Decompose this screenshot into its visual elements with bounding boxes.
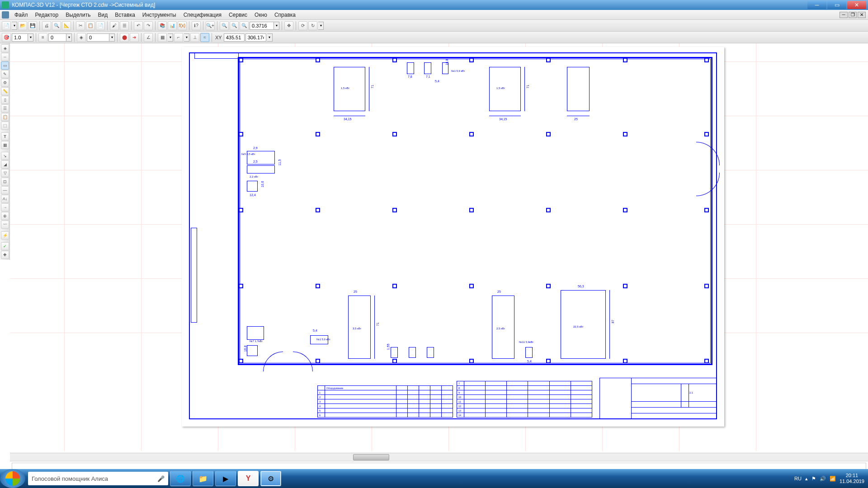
select-button[interactable]: ▯ [1,96,9,104]
menu-file[interactable]: Файл [11,11,32,19]
tolerance-button[interactable]: ⊡ [1,178,9,186]
horizontal-scrollbar[interactable] [10,453,868,461]
coord-dropdown[interactable]: ▾ [267,33,273,42]
edit-button[interactable]: ✎ [1,70,9,78]
ortho-local-button[interactable]: ⌐ [174,33,183,42]
mdi-min[interactable]: ─ [840,12,848,18]
param-button[interactable]: ⚙ [1,79,9,87]
help-context-button[interactable]: ℹ? [192,21,201,30]
menu-service[interactable]: Сервис [225,11,251,19]
coord-x-input[interactable] [224,33,245,42]
zoom-window-button[interactable]: 🔍 [220,21,229,30]
layer-dropdown[interactable]: ▾ [109,33,115,42]
pan-button[interactable]: ✥ [284,21,293,30]
pos-button[interactable]: ✚ [1,251,9,259]
open-button[interactable]: 📂 [18,21,27,30]
variables-button[interactable]: f(x) [178,21,187,30]
menu-spec[interactable]: Спецификация [180,11,225,19]
leader-button[interactable]: ↘ [1,152,9,160]
ortho-dropdown[interactable]: ▾ [184,33,189,42]
close-button[interactable]: ✕ [847,1,866,9]
measure-button[interactable]: 📏 [1,87,9,95]
report-button[interactable]: 📋 [1,113,9,121]
zoom-dropdown[interactable]: ▾ [274,22,279,30]
scrollbar-thumb[interactable] [353,454,389,460]
zoom-in-button[interactable]: 🔍+ [206,21,215,30]
undo-button[interactable]: ↶ [134,21,143,30]
mark-button[interactable]: ✓ [1,242,9,250]
scale-input[interactable] [12,33,28,42]
snap-button[interactable]: ∠ [144,33,153,42]
create-button[interactable]: ➜ [130,33,139,42]
new-dropdown[interactable]: ▾ [12,22,17,30]
view-state-button[interactable]: 🎯 [2,33,11,42]
properties-button[interactable]: ☰ [120,21,129,30]
new-button[interactable]: 📄 [2,21,11,30]
tray-clock[interactable]: 20:11 11.04.2019 [840,473,864,484]
paste-button[interactable]: 📄 [96,21,105,30]
cut-button[interactable]: ✂ [76,21,85,30]
drawing-canvas[interactable]: 34,15 71 1,5 кВт 34,15 71 1,5 кВт 25 7,8… [10,43,868,451]
taskbar-yandex[interactable]: Y [238,471,259,486]
scale-dropdown[interactable]: ▾ [28,33,33,42]
tray-flag-icon[interactable]: ⚑ [811,476,816,482]
library-button[interactable]: 📚 [158,21,167,30]
taskbar-explorer[interactable]: 📁 [193,471,213,486]
plot-button[interactable]: 📐 [62,21,71,30]
insert-button[interactable]: ⬚ [1,122,9,130]
annot-button[interactable]: ▭ [1,61,9,70]
style-input[interactable] [48,33,66,42]
rebuild-button[interactable]: ⟳ [298,21,307,30]
manager-button[interactable]: 📊 [168,21,177,30]
arrow-button[interactable]: → [1,203,9,211]
menu-window[interactable]: Окно [251,11,271,19]
spec-button[interactable]: ☰ [1,104,9,113]
base-button[interactable]: ◢ [1,160,9,169]
text-button[interactable]: T [1,132,9,141]
refresh-dropdown[interactable]: ▾ [318,22,324,30]
layer-button[interactable]: ◈ [77,33,86,42]
menu-editor[interactable]: Редактор [32,11,62,19]
menu-insert[interactable]: Вставка [111,11,139,19]
table-button[interactable]: ▦ [1,141,9,149]
menu-view[interactable]: Вид [94,11,112,19]
autoline-button[interactable]: ⚡ [1,231,9,239]
center-button[interactable]: ⊕ [1,212,9,220]
zoom-input[interactable] [250,22,274,30]
geom-button[interactable]: ◈ [1,44,9,52]
maximize-button[interactable]: ▭ [827,1,846,9]
redo-button[interactable]: ↷ [144,21,153,30]
tray-lang[interactable]: RU [794,476,802,481]
copyprops-button[interactable]: 🖌 [110,21,119,30]
zoom-all-button[interactable]: 🔍 [240,21,249,30]
taskbar-media[interactable]: ▶ [215,471,236,486]
coord-y-input[interactable] [245,33,266,42]
refresh-button[interactable]: ↻ [308,21,317,30]
zoom-prev-button[interactable]: 🔍 [230,21,239,30]
taskbar-search[interactable]: Голосовой помощник Алиса 🎤 [28,472,168,485]
line-mark-button[interactable]: — [1,186,9,194]
style-dropdown[interactable]: ▾ [66,33,72,42]
taskbar-kompas[interactable]: ⚙ [260,471,281,486]
mic-icon[interactable]: 🎤 [157,475,165,482]
cut-mark-button[interactable]: A↓ [1,195,9,203]
layer-input[interactable] [87,33,109,42]
grid-dropdown[interactable]: ▾ [168,33,173,42]
wave-button[interactable]: 〰 [1,221,9,229]
start-button[interactable] [0,469,25,488]
tray-up-icon[interactable]: ▴ [805,476,808,482]
preview-button[interactable]: 🔍 [52,21,61,30]
menu-select[interactable]: Выделить [62,11,94,19]
mdi-restore[interactable]: ❐ [849,12,857,18]
menu-tools[interactable]: Инструменты [139,11,180,19]
copy-button[interactable]: 📋 [86,21,95,30]
stop-button[interactable]: ⬤ [120,33,129,42]
round-button[interactable]: ≈ [200,33,209,42]
dim-button[interactable]: ↔ [1,53,9,61]
taskbar-ie[interactable]: 🌐 [170,471,191,486]
rough-button[interactable]: ▽ [1,169,9,177]
tray-volume-icon[interactable]: 🔊 [820,476,826,482]
save-button[interactable]: 💾 [28,21,37,30]
grid-button[interactable]: ▦ [158,33,167,42]
print-button[interactable]: 🖨 [42,21,51,30]
